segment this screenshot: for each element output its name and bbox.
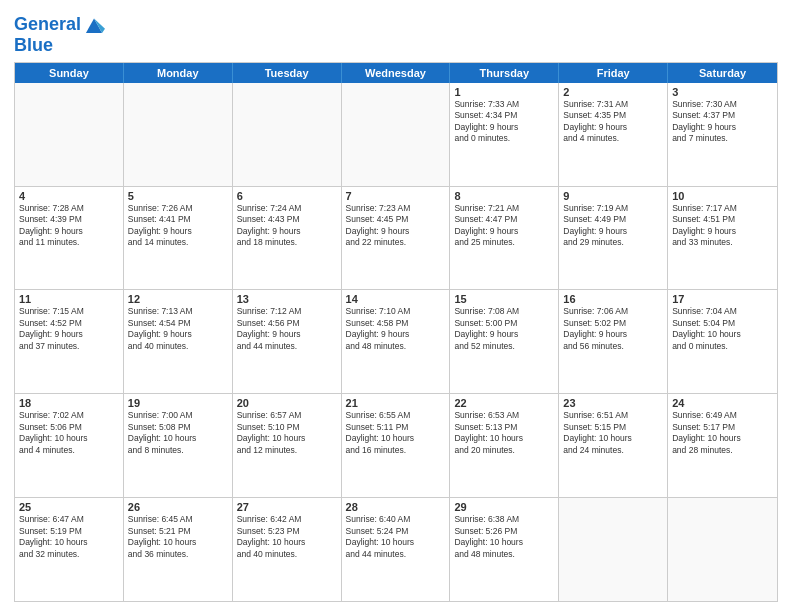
day-info: Sunrise: 7:12 AMSunset: 4:56 PMDaylight:… (237, 306, 337, 352)
cal-cell-w5-d1: 25Sunrise: 6:47 AMSunset: 5:19 PMDayligh… (15, 498, 124, 601)
cal-week-1: 1Sunrise: 7:33 AMSunset: 4:34 PMDaylight… (15, 83, 777, 187)
day-info: Sunrise: 6:38 AMSunset: 5:26 PMDaylight:… (454, 514, 554, 560)
day-info: Sunrise: 6:55 AMSunset: 5:11 PMDaylight:… (346, 410, 446, 456)
day-info: Sunrise: 7:15 AMSunset: 4:52 PMDaylight:… (19, 306, 119, 352)
cal-week-4: 18Sunrise: 7:02 AMSunset: 5:06 PMDayligh… (15, 394, 777, 498)
page-header: General Blue (14, 10, 778, 56)
cal-cell-w1-d3 (233, 83, 342, 186)
cal-cell-w3-d7: 17Sunrise: 7:04 AMSunset: 5:04 PMDayligh… (668, 290, 777, 393)
cal-cell-w5-d7 (668, 498, 777, 601)
day-number: 27 (237, 501, 337, 513)
day-info: Sunrise: 6:51 AMSunset: 5:15 PMDaylight:… (563, 410, 663, 456)
day-number: 6 (237, 190, 337, 202)
cal-cell-w5-d2: 26Sunrise: 6:45 AMSunset: 5:21 PMDayligh… (124, 498, 233, 601)
logo-text: General (14, 15, 81, 35)
cal-cell-w1-d7: 3Sunrise: 7:30 AMSunset: 4:37 PMDaylight… (668, 83, 777, 186)
day-info: Sunrise: 7:00 AMSunset: 5:08 PMDaylight:… (128, 410, 228, 456)
cal-cell-w2-d4: 7Sunrise: 7:23 AMSunset: 4:45 PMDaylight… (342, 187, 451, 290)
day-number: 10 (672, 190, 773, 202)
calendar-body: 1Sunrise: 7:33 AMSunset: 4:34 PMDaylight… (15, 83, 777, 601)
day-info: Sunrise: 7:06 AMSunset: 5:02 PMDaylight:… (563, 306, 663, 352)
day-number: 19 (128, 397, 228, 409)
logo-icon (83, 14, 105, 36)
cal-header-sunday: Sunday (15, 63, 124, 83)
day-number: 7 (346, 190, 446, 202)
logo-blue-text: Blue (14, 36, 105, 56)
cal-week-2: 4Sunrise: 7:28 AMSunset: 4:39 PMDaylight… (15, 187, 777, 291)
day-info: Sunrise: 7:30 AMSunset: 4:37 PMDaylight:… (672, 99, 773, 145)
cal-cell-w5-d3: 27Sunrise: 6:42 AMSunset: 5:23 PMDayligh… (233, 498, 342, 601)
day-info: Sunrise: 6:53 AMSunset: 5:13 PMDaylight:… (454, 410, 554, 456)
day-number: 29 (454, 501, 554, 513)
cal-cell-w2-d1: 4Sunrise: 7:28 AMSunset: 4:39 PMDaylight… (15, 187, 124, 290)
day-number: 26 (128, 501, 228, 513)
cal-header-saturday: Saturday (668, 63, 777, 83)
day-number: 2 (563, 86, 663, 98)
logo: General Blue (14, 14, 105, 56)
cal-cell-w1-d6: 2Sunrise: 7:31 AMSunset: 4:35 PMDaylight… (559, 83, 668, 186)
day-number: 12 (128, 293, 228, 305)
cal-cell-w5-d4: 28Sunrise: 6:40 AMSunset: 5:24 PMDayligh… (342, 498, 451, 601)
day-number: 9 (563, 190, 663, 202)
cal-cell-w3-d2: 12Sunrise: 7:13 AMSunset: 4:54 PMDayligh… (124, 290, 233, 393)
day-info: Sunrise: 6:49 AMSunset: 5:17 PMDaylight:… (672, 410, 773, 456)
day-number: 28 (346, 501, 446, 513)
cal-week-5: 25Sunrise: 6:47 AMSunset: 5:19 PMDayligh… (15, 498, 777, 601)
day-info: Sunrise: 6:45 AMSunset: 5:21 PMDaylight:… (128, 514, 228, 560)
day-info: Sunrise: 7:33 AMSunset: 4:34 PMDaylight:… (454, 99, 554, 145)
day-number: 16 (563, 293, 663, 305)
day-number: 20 (237, 397, 337, 409)
day-info: Sunrise: 6:57 AMSunset: 5:10 PMDaylight:… (237, 410, 337, 456)
cal-cell-w4-d1: 18Sunrise: 7:02 AMSunset: 5:06 PMDayligh… (15, 394, 124, 497)
day-info: Sunrise: 7:24 AMSunset: 4:43 PMDaylight:… (237, 203, 337, 249)
day-number: 8 (454, 190, 554, 202)
cal-cell-w1-d2 (124, 83, 233, 186)
day-info: Sunrise: 6:42 AMSunset: 5:23 PMDaylight:… (237, 514, 337, 560)
cal-cell-w4-d4: 21Sunrise: 6:55 AMSunset: 5:11 PMDayligh… (342, 394, 451, 497)
cal-cell-w2-d5: 8Sunrise: 7:21 AMSunset: 4:47 PMDaylight… (450, 187, 559, 290)
cal-cell-w1-d1 (15, 83, 124, 186)
calendar-header-row: SundayMondayTuesdayWednesdayThursdayFrid… (15, 63, 777, 83)
cal-cell-w2-d6: 9Sunrise: 7:19 AMSunset: 4:49 PMDaylight… (559, 187, 668, 290)
cal-cell-w2-d7: 10Sunrise: 7:17 AMSunset: 4:51 PMDayligh… (668, 187, 777, 290)
day-info: Sunrise: 7:21 AMSunset: 4:47 PMDaylight:… (454, 203, 554, 249)
cal-header-wednesday: Wednesday (342, 63, 451, 83)
day-info: Sunrise: 7:08 AMSunset: 5:00 PMDaylight:… (454, 306, 554, 352)
day-number: 15 (454, 293, 554, 305)
cal-cell-w5-d5: 29Sunrise: 6:38 AMSunset: 5:26 PMDayligh… (450, 498, 559, 601)
day-number: 4 (19, 190, 119, 202)
day-info: Sunrise: 7:10 AMSunset: 4:58 PMDaylight:… (346, 306, 446, 352)
day-number: 13 (237, 293, 337, 305)
cal-cell-w1-d5: 1Sunrise: 7:33 AMSunset: 4:34 PMDaylight… (450, 83, 559, 186)
cal-header-tuesday: Tuesday (233, 63, 342, 83)
cal-cell-w4-d2: 19Sunrise: 7:00 AMSunset: 5:08 PMDayligh… (124, 394, 233, 497)
cal-cell-w4-d6: 23Sunrise: 6:51 AMSunset: 5:15 PMDayligh… (559, 394, 668, 497)
day-number: 5 (128, 190, 228, 202)
day-info: Sunrise: 7:26 AMSunset: 4:41 PMDaylight:… (128, 203, 228, 249)
cal-header-friday: Friday (559, 63, 668, 83)
day-info: Sunrise: 7:04 AMSunset: 5:04 PMDaylight:… (672, 306, 773, 352)
day-info: Sunrise: 6:47 AMSunset: 5:19 PMDaylight:… (19, 514, 119, 560)
cal-cell-w4-d7: 24Sunrise: 6:49 AMSunset: 5:17 PMDayligh… (668, 394, 777, 497)
cal-cell-w4-d3: 20Sunrise: 6:57 AMSunset: 5:10 PMDayligh… (233, 394, 342, 497)
cal-cell-w4-d5: 22Sunrise: 6:53 AMSunset: 5:13 PMDayligh… (450, 394, 559, 497)
day-info: Sunrise: 7:02 AMSunset: 5:06 PMDaylight:… (19, 410, 119, 456)
day-info: Sunrise: 7:23 AMSunset: 4:45 PMDaylight:… (346, 203, 446, 249)
cal-cell-w1-d4 (342, 83, 451, 186)
day-number: 3 (672, 86, 773, 98)
day-number: 11 (19, 293, 119, 305)
day-info: Sunrise: 7:28 AMSunset: 4:39 PMDaylight:… (19, 203, 119, 249)
day-number: 24 (672, 397, 773, 409)
day-info: Sunrise: 7:31 AMSunset: 4:35 PMDaylight:… (563, 99, 663, 145)
day-number: 1 (454, 86, 554, 98)
day-number: 25 (19, 501, 119, 513)
day-number: 21 (346, 397, 446, 409)
day-info: Sunrise: 7:19 AMSunset: 4:49 PMDaylight:… (563, 203, 663, 249)
cal-header-thursday: Thursday (450, 63, 559, 83)
cal-cell-w3-d3: 13Sunrise: 7:12 AMSunset: 4:56 PMDayligh… (233, 290, 342, 393)
cal-cell-w3-d1: 11Sunrise: 7:15 AMSunset: 4:52 PMDayligh… (15, 290, 124, 393)
cal-cell-w3-d4: 14Sunrise: 7:10 AMSunset: 4:58 PMDayligh… (342, 290, 451, 393)
calendar: SundayMondayTuesdayWednesdayThursdayFrid… (14, 62, 778, 602)
cal-cell-w2-d3: 6Sunrise: 7:24 AMSunset: 4:43 PMDaylight… (233, 187, 342, 290)
day-info: Sunrise: 7:17 AMSunset: 4:51 PMDaylight:… (672, 203, 773, 249)
